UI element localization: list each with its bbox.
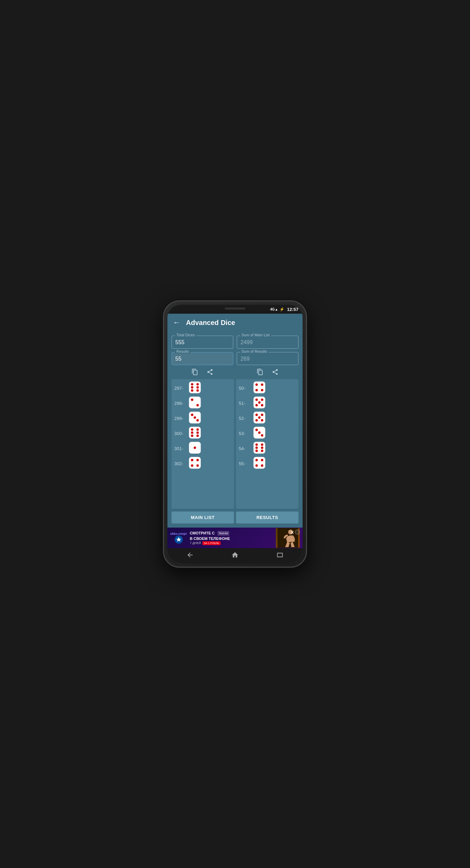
ad-days-text: 7 ДНЕЙ [190, 541, 201, 545]
svg-point-33 [197, 465, 199, 467]
dice-face [253, 426, 266, 440]
dice-number: 297- [174, 386, 187, 391]
recents-nav-icon[interactable] [276, 551, 284, 560]
svg-point-20 [197, 429, 199, 431]
dice-face [189, 381, 201, 395]
results-field[interactable]: 55 [172, 352, 233, 365]
ad-test-badge: Test Ad [218, 531, 229, 535]
list-item: 300- [172, 426, 234, 441]
main-list-share-icon[interactable] [207, 369, 213, 377]
svg-point-23 [191, 435, 193, 437]
svg-rect-28 [189, 457, 201, 469]
svg-point-11 [197, 404, 199, 407]
back-nav-icon[interactable] [186, 551, 194, 560]
input-row-2: Results 55 Sum of Results 269 [172, 352, 298, 365]
svg-point-51 [258, 417, 261, 419]
list-item: 52- [236, 411, 298, 426]
sum-main-label: Sum of Main List [240, 333, 271, 337]
phone-frame: 4G▲ ⚡ 12:57 ← Advanced Dice Total Dices … [163, 300, 307, 568]
svg-point-37 [261, 384, 263, 386]
status-icons: 4G▲ ⚡ 12:57 [270, 307, 299, 312]
tab-buttons: MAIN LIST RESULTS [172, 511, 298, 523]
main-list-scroll[interactable]: 297- 298- 299- 300- 301- 302- [172, 379, 234, 509]
svg-rect-0 [189, 382, 201, 393]
svg-point-30 [191, 459, 193, 461]
svg-point-43 [261, 399, 263, 401]
svg-point-6 [191, 389, 193, 392]
total-dices-field[interactable]: 555 [172, 336, 233, 349]
svg-rect-34 [254, 382, 265, 393]
results-share-icon[interactable] [272, 369, 279, 377]
dice-face [253, 381, 266, 395]
main-list-button[interactable]: MAIN LIST [172, 511, 234, 523]
dice-face [189, 396, 201, 410]
dice-number: 52- [239, 416, 251, 421]
dice-number: 301- [174, 446, 187, 451]
ad-subline: В СВОЕМ ТЕЛЕФОНЕ [190, 536, 276, 541]
app-header: ← Advanced Dice [167, 314, 303, 331]
svg-point-15 [194, 417, 196, 419]
sum-results-label: Sum of Results [240, 349, 269, 353]
clock: 12:57 [287, 307, 298, 312]
svg-point-61 [256, 444, 258, 446]
ad-promo-text: ЗА 1 РУБЛЬ [202, 541, 221, 545]
svg-point-53 [261, 419, 263, 422]
svg-point-31 [197, 459, 199, 461]
svg-point-42 [256, 399, 258, 401]
volume-up-button [163, 353, 164, 365]
phone-screen: 4G▲ ⚡ 12:57 ← Advanced Dice Total Dices … [167, 305, 303, 563]
total-dices-group: Total Dices 555 [172, 336, 233, 349]
results-copy-icon[interactable] [257, 369, 263, 377]
dice-number: 51- [239, 401, 251, 406]
svg-point-39 [261, 389, 263, 391]
svg-point-52 [256, 419, 258, 422]
svg-point-71 [256, 465, 258, 467]
svg-point-21 [191, 432, 193, 434]
nav-bar [167, 548, 303, 563]
svg-rect-8 [189, 397, 201, 408]
dice-face [189, 411, 201, 425]
list-item: 302- [172, 456, 234, 471]
dice-face [189, 426, 201, 440]
svg-point-65 [256, 450, 258, 452]
home-nav-icon[interactable] [231, 551, 239, 560]
premier-league-icon [175, 535, 183, 544]
page-title: Advanced Dice [186, 319, 235, 327]
battery-icon: ⚡ [280, 307, 284, 312]
dice-number: 55- [239, 461, 251, 466]
svg-point-24 [197, 435, 199, 437]
svg-point-63 [256, 447, 258, 449]
dice-number: 302- [174, 461, 187, 466]
svg-point-38 [256, 389, 258, 391]
list-item: 298- [172, 396, 234, 411]
list-item: 55- [236, 456, 298, 471]
main-list-copy-icon[interactable] [191, 369, 198, 377]
svg-point-22 [197, 432, 199, 434]
svg-rect-59 [254, 442, 265, 454]
total-dices-label: Total Dices [175, 333, 196, 337]
list-item: 50- [236, 381, 298, 396]
results-button[interactable]: RESULTS [236, 511, 298, 523]
svg-point-69 [256, 459, 258, 461]
results-list-scroll[interactable]: 50- 51- 52- 53- 54- 55- [236, 379, 298, 509]
dice-face [253, 411, 266, 425]
svg-point-44 [258, 401, 261, 404]
svg-point-56 [256, 429, 258, 431]
signal-icon: 4G▲ [270, 308, 278, 311]
ad-close-button[interactable]: ✕ [290, 530, 294, 535]
back-button[interactable]: ← [173, 318, 180, 327]
svg-point-27 [194, 447, 196, 449]
dice-face [253, 457, 266, 470]
ad-headline: СМОТРИТЕ С [190, 531, 215, 536]
action-row [172, 369, 298, 377]
svg-point-5 [197, 386, 199, 389]
svg-point-2 [191, 383, 193, 386]
svg-point-32 [191, 465, 193, 467]
ad-info-icon[interactable]: ⓘ [295, 530, 300, 534]
results-actions [237, 369, 298, 377]
svg-point-45 [256, 404, 258, 407]
svg-rect-67 [254, 457, 265, 469]
svg-point-64 [261, 447, 263, 449]
svg-point-50 [261, 414, 263, 416]
speaker [225, 308, 245, 310]
